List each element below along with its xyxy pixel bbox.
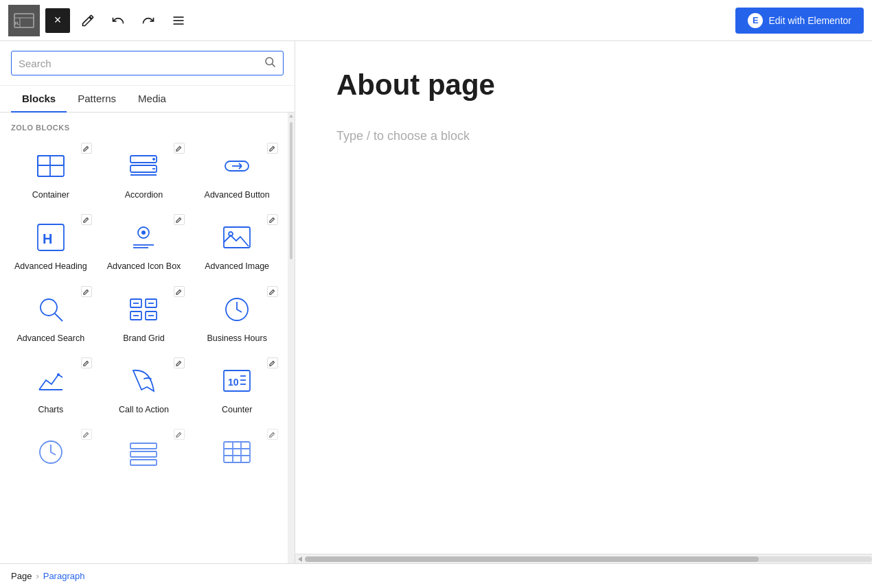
breadcrumb-current[interactable]: Paragraph (43, 571, 85, 581)
block-label-brand-grid: Brand Grid (123, 333, 164, 344)
block-accordion[interactable]: Accordion (99, 139, 190, 207)
block-charts[interactable]: Charts (5, 353, 96, 422)
block-advanced-heading[interactable]: H Advanced Heading (5, 210, 96, 279)
advanced-button-icon (219, 148, 255, 184)
block-badge-charts (81, 357, 92, 368)
svg-text:10: 10 (228, 377, 239, 388)
block-label-container: Container (32, 189, 69, 200)
editor-area: About page Type / to choose a block (295, 41, 872, 563)
block-badge-13 (81, 429, 92, 440)
block-label-business-hours: Business Hours (207, 333, 267, 344)
block-badge-14 (174, 429, 185, 440)
svg-line-8 (272, 64, 275, 67)
close-button[interactable]: × (45, 8, 70, 33)
block-label-call-to-action: Call to Action (119, 404, 169, 415)
charts-icon (33, 363, 69, 399)
undo-button[interactable] (106, 8, 130, 33)
block-label-charts: Charts (38, 404, 63, 415)
svg-rect-9 (38, 156, 64, 176)
advanced-search-icon (33, 292, 69, 327)
svg-line-31 (55, 314, 62, 321)
breadcrumb-bar: Page › Paragraph (0, 563, 872, 588)
block-call-to-action[interactable]: Call to Action (99, 353, 190, 422)
tab-media[interactable]: Media (127, 86, 177, 113)
tab-patterns[interactable]: Patterns (67, 86, 127, 113)
block-advanced-search[interactable]: Advanced Search (5, 282, 96, 351)
block-badge-container (81, 143, 92, 154)
svg-rect-49 (130, 443, 157, 449)
svg-text:H: H (43, 231, 52, 246)
type-hint: Type / to choose a block (336, 129, 831, 143)
edit-elementor-button[interactable]: E Edit with Elementor (735, 8, 864, 34)
business-hours-icon (219, 292, 255, 327)
svg-point-42 (57, 373, 60, 376)
block-item-13[interactable] (5, 425, 96, 493)
container-icon (33, 148, 69, 184)
main-layout: Blocks Patterns Media ZOLO BLOCKS (0, 41, 872, 563)
search-icon (264, 56, 276, 71)
block-label-counter: Counter (222, 404, 252, 415)
block-label-adv-icon-box: Advanced Icon Box (107, 261, 181, 272)
table-icon (219, 434, 255, 470)
block-label-adv-image: Advanced Image (205, 261, 269, 272)
svg-marker-57 (289, 115, 293, 118)
editor-horizontal-scrollbar (295, 554, 872, 563)
block-advanced-button[interactable]: Advanced Button (192, 139, 282, 207)
breadcrumb-page[interactable]: Page (11, 571, 32, 581)
tab-blocks[interactable]: Blocks (11, 86, 67, 113)
block-container[interactable]: Container (5, 139, 96, 207)
advanced-image-icon (219, 220, 255, 255)
block-badge-adv-search (81, 286, 92, 297)
breadcrumb-separator: › (36, 571, 38, 581)
edit-icon-button[interactable] (76, 8, 100, 33)
scroll-left-arrow[interactable] (295, 554, 305, 564)
accordion-icon (126, 148, 161, 184)
block-label-adv-heading: Advanced Heading (14, 261, 87, 272)
svg-rect-50 (130, 451, 157, 457)
block-label-accordion: Accordion (125, 189, 163, 200)
redo-button[interactable] (136, 8, 161, 33)
block-badge-adv-image (267, 214, 278, 225)
toolbar: FL × E Edit with Elementor (0, 0, 872, 41)
svg-text:FL: FL (15, 21, 19, 25)
block-item-14[interactable] (99, 425, 190, 493)
svg-point-7 (266, 58, 273, 65)
blocks-grid: Container (5, 139, 282, 493)
editor-content[interactable]: About page Type / to choose a block (295, 41, 872, 554)
block-label-adv-search: Advanced Search (16, 333, 84, 344)
counter-icon: 10 (219, 363, 255, 399)
svg-rect-28 (224, 227, 250, 248)
brand-grid-icon (126, 292, 161, 327)
svg-rect-51 (130, 460, 157, 465)
clock-icon (33, 434, 69, 470)
search-wrapper (11, 51, 284, 75)
svg-rect-0 (14, 14, 34, 27)
search-input[interactable] (19, 58, 264, 69)
horizontal-scrollbar-track[interactable] (305, 556, 872, 562)
block-badge-15 (267, 429, 278, 440)
page-title: About page (336, 69, 831, 102)
block-badge-accordion (174, 143, 185, 154)
block-badge-adv-heading (81, 214, 92, 225)
left-panel: Blocks Patterns Media ZOLO BLOCKS (0, 41, 295, 563)
advanced-heading-icon: H (33, 220, 69, 255)
panel-body: ZOLO BLOCKS (0, 113, 295, 563)
block-badge-call-to-action (174, 357, 185, 368)
block-badge-adv-button (267, 143, 278, 154)
search-bar (0, 41, 295, 86)
block-item-15[interactable] (192, 425, 282, 493)
block-badge-counter (267, 357, 278, 368)
svg-rect-11 (38, 156, 64, 165)
horizontal-scrollbar-thumb (305, 556, 759, 562)
elementor-icon: E (748, 13, 763, 28)
block-counter[interactable]: 10 Counter (192, 353, 282, 422)
block-badge-adv-icon-box (174, 214, 185, 225)
block-advanced-icon-box[interactable]: Advanced Icon Box (99, 210, 190, 279)
advanced-icon-box-icon (126, 220, 161, 255)
svg-rect-52 (224, 442, 250, 462)
list-icon (126, 434, 161, 470)
menu-button[interactable] (166, 8, 191, 33)
block-business-hours[interactable]: Business Hours (192, 282, 282, 351)
block-advanced-image[interactable]: Advanced Image (192, 210, 282, 279)
block-brand-grid[interactable]: Brand Grid (99, 282, 190, 351)
